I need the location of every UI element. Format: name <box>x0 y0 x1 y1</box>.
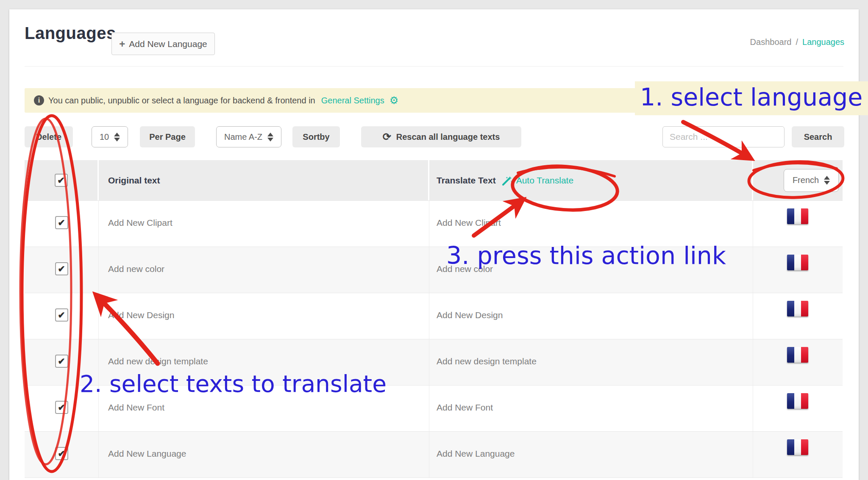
breadcrumb-separator: / <box>796 37 798 47</box>
translated-text-cell: Add New Font <box>429 386 753 431</box>
french-flag-icon <box>787 439 808 455</box>
refresh-icon: ⟳ <box>383 132 391 142</box>
annotation-step3: 3. press this action link <box>446 241 726 269</box>
original-text-cell: Add New Design <box>99 293 429 339</box>
translations-table: ✔ Original text Translate Text Auto Tran… <box>25 160 843 480</box>
row-checkbox[interactable]: ✔ <box>55 308 68 322</box>
gear-icon: ⚙ <box>389 94 399 106</box>
select-all-checkbox[interactable]: ✔ <box>55 174 68 187</box>
flag-cell <box>753 247 843 293</box>
add-new-language-button[interactable]: + Add New Language <box>111 33 215 55</box>
languages-admin-page: Languages + Add New Language Dashboard /… <box>0 0 868 480</box>
info-banner-text: You can public, unpublic or select a lan… <box>48 96 315 105</box>
rescan-all-label: Rescan all language texts <box>396 132 500 142</box>
row-checkbox-cell: ✔ <box>25 432 99 477</box>
original-text-cell: Add New Clipart <box>99 201 429 247</box>
search-input[interactable] <box>662 126 785 147</box>
magic-wand-icon <box>502 175 513 186</box>
page-title: Languages <box>25 24 116 43</box>
delete-button[interactable]: Delete <box>25 126 73 147</box>
sortby-button[interactable]: Sortby <box>292 126 340 147</box>
french-flag-icon <box>787 301 808 316</box>
select-all-cell: ✔ <box>25 160 99 200</box>
info-icon: i <box>34 95 44 105</box>
plus-icon: + <box>119 39 125 49</box>
language-select-value: French <box>793 175 819 185</box>
row-checkbox[interactable]: ✔ <box>55 447 68 460</box>
row-checkbox-cell: ✔ <box>25 293 99 339</box>
original-text-header: Original text <box>108 175 160 186</box>
add-new-language-label: Add New Language <box>129 39 207 49</box>
row-checkbox[interactable]: ✔ <box>55 262 68 275</box>
language-select[interactable]: French <box>784 169 839 192</box>
table-row: ✔ Add New Language Add New Language <box>25 431 843 477</box>
row-checkbox[interactable]: ✔ <box>55 401 68 414</box>
header-divider <box>25 66 843 67</box>
general-settings-link[interactable]: General Settings <box>321 96 384 105</box>
flag-cell <box>753 293 843 339</box>
translate-text-header-cell: Translate Text Auto Translate <box>429 160 753 200</box>
original-text-cell: Add New Language <box>99 432 429 477</box>
annotation-step1: 1. select language <box>635 81 868 115</box>
table-row: ✔ Add New Clipart Add New Clipart <box>25 200 843 247</box>
language-header-cell: French <box>753 160 843 200</box>
translate-text-header: Translate Text <box>437 175 496 186</box>
table-row <box>25 477 843 480</box>
per-page-button[interactable]: Per Page <box>140 126 195 147</box>
sort-select[interactable]: Name A-Z <box>216 126 281 147</box>
flag-cell <box>753 432 843 477</box>
flag-cell <box>753 386 843 431</box>
per-page-select[interactable]: 10 <box>92 126 128 147</box>
original-text-header-cell: Original text <box>99 160 429 200</box>
breadcrumb-current: Languages <box>802 37 844 47</box>
select-caret-icon <box>267 133 273 142</box>
breadcrumb: Dashboard / Languages <box>750 37 844 47</box>
row-checkbox[interactable]: ✔ <box>55 355 68 368</box>
translated-text-cell: Add New Language <box>429 432 753 477</box>
table-row: ✔ Add New Design Add New Design <box>25 293 843 339</box>
row-checkbox-cell: ✔ <box>25 247 99 293</box>
translated-text-cell: Add New Clipart <box>429 201 753 247</box>
annotation-step2: 2. select texts to translate <box>80 370 387 397</box>
rescan-all-button[interactable]: ⟳ Rescan all language texts <box>361 126 521 147</box>
search-button[interactable]: Search <box>792 126 844 147</box>
french-flag-icon <box>787 208 808 224</box>
row-checkbox-cell: ✔ <box>25 201 99 247</box>
auto-translate-label: Auto Translate <box>516 175 573 186</box>
row-checkbox[interactable]: ✔ <box>55 216 68 229</box>
translated-text-cell: Add New Design <box>429 293 753 339</box>
translated-text-cell: Add new design template <box>429 339 753 385</box>
french-flag-icon <box>787 393 808 409</box>
flag-cell <box>753 201 843 247</box>
french-flag-icon <box>787 347 808 363</box>
table-header-row: ✔ Original text Translate Text Auto Tran… <box>25 160 843 200</box>
breadcrumb-dashboard-link[interactable]: Dashboard <box>750 37 792 47</box>
french-flag-icon <box>787 255 808 270</box>
sort-select-value: Name A-Z <box>224 132 262 142</box>
auto-translate-link[interactable]: Auto Translate <box>502 175 573 186</box>
select-caret-icon <box>824 176 830 185</box>
select-caret-icon <box>114 133 120 142</box>
flag-cell <box>753 339 843 385</box>
original-text-cell: Add new color <box>99 247 429 293</box>
per-page-select-value: 10 <box>100 132 109 142</box>
